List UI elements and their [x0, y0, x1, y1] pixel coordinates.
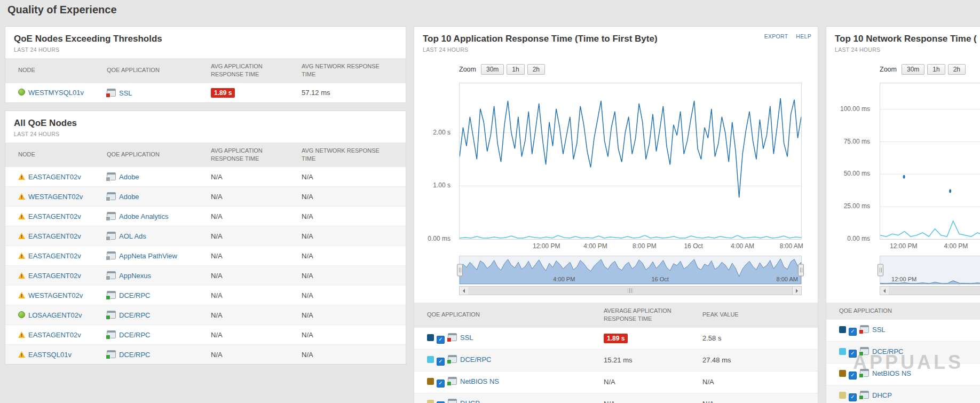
chart-scrollbar[interactable]	[880, 286, 980, 295]
qoe-application-link[interactable]: Adobe	[119, 193, 139, 201]
y-tick-label: 100.00 ms	[840, 105, 870, 113]
qoe-application-link[interactable]: DCE/RPC	[872, 347, 904, 355]
node-link[interactable]: EASTAGENT02v	[28, 272, 81, 280]
scrollbar-thumb[interactable]	[468, 287, 793, 295]
zoom-30m-button[interactable]: 30m	[481, 64, 504, 75]
qoe-application-link[interactable]: SSL	[460, 334, 473, 342]
qoe-application-link[interactable]: DCE/RPC	[119, 331, 151, 339]
chart-navigator[interactable]: 12:00 PM	[880, 256, 980, 285]
help-link[interactable]: HELP	[796, 33, 811, 39]
scroll-left-arrow[interactable]	[880, 287, 889, 295]
qoe-application-link[interactable]: DCE/RPC	[460, 355, 492, 364]
application-icon	[107, 311, 116, 319]
navigator-tick-label: 12:00 PM	[891, 276, 916, 282]
avg-net-response-value: N/A	[302, 331, 313, 339]
x-tick-label: 4:00 PM	[944, 242, 968, 250]
resource-subtitle: LAST 24 HOURS	[835, 46, 980, 53]
application-icon	[448, 333, 457, 341]
navigator-tick-label: 16 Oct	[651, 276, 668, 282]
qoe-application-link[interactable]: Adobe	[119, 173, 139, 181]
navigator-left-handle[interactable]	[457, 264, 463, 276]
application-icon	[107, 212, 116, 220]
node-link[interactable]: EASTAGENT02v	[28, 252, 81, 260]
qoe-application-link[interactable]: AppNeta PathView	[119, 252, 177, 260]
chart-plot-area[interactable]	[880, 83, 980, 240]
avg-app-response-value: N/A	[211, 173, 223, 181]
scroll-right-arrow[interactable]	[792, 287, 801, 295]
y-tick-label: 0.00 ms	[847, 235, 870, 242]
qoe-application-link[interactable]: DHCP	[872, 391, 892, 399]
exceeding-thresholds-table: NODE QOE APPLICATION AVG APPLICATION RES…	[5, 58, 406, 102]
zoom-2h-button[interactable]: 2h	[527, 64, 545, 75]
scroll-left-arrow[interactable]	[460, 287, 469, 295]
series-checkbox[interactable]	[437, 336, 445, 344]
left-column: QoE Nodes Exceeding Thresholds LAST 24 H…	[5, 26, 406, 365]
series-checkbox[interactable]	[849, 328, 857, 336]
y-tick-label: 0.00 ms	[428, 235, 451, 242]
qoe-application-link[interactable]: DCE/RPC	[119, 311, 151, 319]
zoom-30m-button[interactable]: 30m	[902, 64, 924, 75]
y-tick-label: 75.00 ms	[844, 138, 870, 145]
series-checkbox[interactable]	[849, 350, 857, 358]
node-link[interactable]: WESTAGENT02v	[28, 193, 83, 201]
node-link[interactable]: WESTMYSQL01v	[28, 89, 84, 97]
node-link[interactable]: EASTAGENT02v	[28, 173, 81, 181]
navigator-right-handle[interactable]	[798, 264, 804, 276]
avg-net-response-value: N/A	[302, 232, 313, 240]
qoe-application-link[interactable]: SSL	[119, 89, 132, 97]
zoom-1h-button[interactable]: 1h	[507, 64, 524, 75]
series-checkbox[interactable]	[849, 372, 857, 380]
node-status-icon	[18, 252, 25, 259]
navigator-left-handle[interactable]	[878, 264, 883, 276]
qoe-application-link[interactable]: DCE/RPC	[119, 351, 151, 359]
navigator-tick-label: 8:00 AM	[777, 276, 798, 282]
application-icon	[860, 369, 869, 377]
application-series-table: QOE APPLICATION AVERAGE APPLICATION RESP…	[414, 303, 818, 403]
qoe-application-link[interactable]: NetBIOS NS	[872, 369, 911, 377]
application-icon	[107, 251, 116, 259]
node-link[interactable]: LOSAAGENT02v	[28, 311, 82, 319]
node-link[interactable]: EASTAGENT02v	[28, 212, 81, 220]
chart-navigator[interactable]: 4:00 PM16 Oct8:00 AM	[459, 256, 802, 285]
qoe-application-link[interactable]: NetBIOS NS	[460, 377, 499, 385]
avg-net-response-value: N/A	[302, 252, 313, 260]
resource-subtitle: LAST 24 HOURS	[14, 131, 397, 137]
node-link[interactable]: WESTAGENT02v	[28, 291, 83, 299]
node-link[interactable]: EASTSQL01v	[28, 351, 72, 359]
table-row: WESTMYSQL01v SSL 1.89 s 57.12 ms	[5, 83, 406, 102]
export-link[interactable]: EXPORT	[764, 33, 788, 39]
chart-plot-area[interactable]	[459, 83, 802, 240]
average-response-value: 15.21 ms	[604, 356, 632, 364]
node-link[interactable]: EASTAGENT02v	[28, 232, 81, 240]
zoom-1h-button[interactable]: 1h	[927, 64, 945, 75]
column-header-avg-net-response: AVG NETWORK RESPONSE TIME	[296, 143, 406, 167]
navigator-labels: 12:00 PM	[880, 256, 980, 284]
qoe-application-link[interactable]: DCE/RPC	[119, 291, 151, 299]
qoe-application-link[interactable]: Adobe Analytics	[119, 212, 169, 220]
series-checkbox[interactable]	[437, 380, 445, 388]
table-row: NetBIOS NS N/A N/A	[414, 371, 818, 393]
series-color-swatch	[839, 370, 846, 377]
column-header-avg-app-response: AVG APPLICATION RESPONSE TIME	[206, 58, 296, 83]
series-color-swatch	[839, 392, 846, 399]
qoe-application-link[interactable]: SSL	[872, 326, 886, 334]
qoe-application-link[interactable]: DHCP	[460, 399, 480, 403]
table-row: SSL	[826, 319, 980, 341]
series-checkbox[interactable]	[437, 358, 445, 366]
zoom-2h-button[interactable]: 2h	[948, 64, 966, 75]
x-tick-label: 8:00 PM	[633, 242, 657, 250]
chart-scrollbar[interactable]	[459, 286, 802, 295]
peak-value: N/A	[702, 378, 714, 386]
y-tick-label: 50.00 ms	[844, 170, 870, 177]
node-link[interactable]: EASTAGENT02v	[28, 331, 81, 339]
series-checkbox[interactable]	[849, 393, 857, 401]
node-status-icon	[18, 213, 25, 219]
column-header-qoe-application: QOE APPLICATION	[101, 143, 206, 167]
qoe-application-link[interactable]: AppNexus	[119, 272, 151, 280]
application-icon	[107, 192, 116, 200]
y-tick-label: 1.00 s	[433, 181, 451, 189]
scrollbar-thumb[interactable]	[889, 287, 980, 295]
qoe-application-link[interactable]: AOL Ads	[119, 232, 146, 240]
column-header-node: NODE	[5, 58, 101, 83]
series-color-swatch	[427, 378, 434, 385]
